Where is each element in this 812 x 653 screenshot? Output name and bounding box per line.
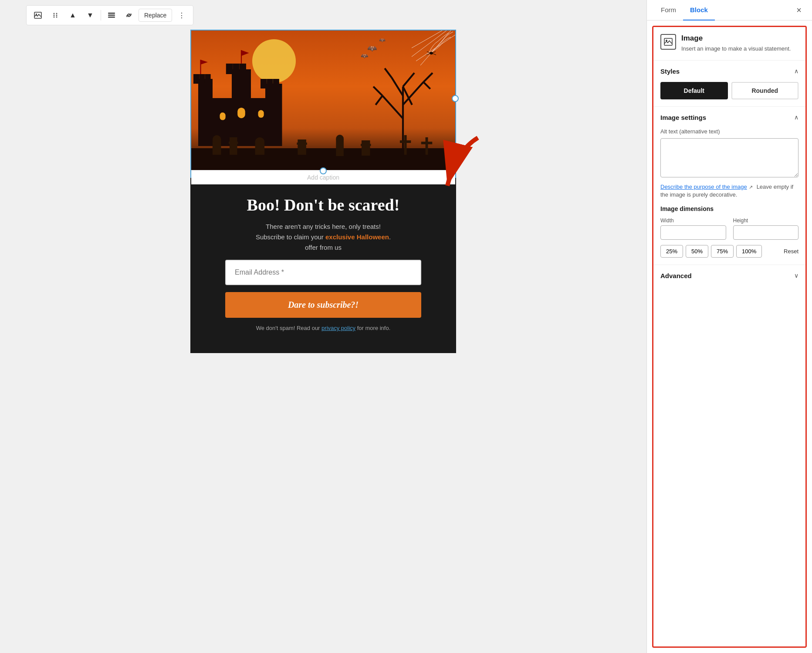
pct-50-button[interactable]: 50% xyxy=(686,245,708,258)
alt-text-input[interactable] xyxy=(660,138,798,177)
width-label: Width xyxy=(660,218,726,224)
svg-rect-64 xyxy=(404,135,407,155)
svg-rect-54 xyxy=(230,137,237,155)
svg-rect-21 xyxy=(193,74,199,84)
svg-point-3 xyxy=(56,13,58,14)
replace-button[interactable]: Replace xyxy=(139,9,172,22)
advanced-header[interactable]: Advanced ∨ xyxy=(660,272,798,279)
align-btn[interactable] xyxy=(104,7,119,23)
external-link-icon: ↗ xyxy=(749,184,753,190)
email-input[interactable] xyxy=(225,260,421,285)
svg-rect-58 xyxy=(298,139,306,155)
image-icon-btn[interactable] xyxy=(30,7,46,23)
drag-handle[interactable] xyxy=(47,7,63,23)
pct-75-button[interactable]: 75% xyxy=(711,245,734,258)
svg-rect-27 xyxy=(240,64,246,74)
svg-marker-39 xyxy=(241,50,249,56)
svg-point-61 xyxy=(336,135,344,143)
panel-inner: Image Insert an image to make a visual s… xyxy=(652,26,807,648)
privacy-text: We don't spam! Read our privacy policy f… xyxy=(256,325,391,331)
styles-title: Styles xyxy=(660,68,680,75)
link-btn[interactable] xyxy=(121,7,137,23)
block-toolbar: ▲ ▼ Replace ⋮ xyxy=(26,5,193,25)
height-label: Height xyxy=(733,218,799,224)
halloween-image: 🦇 🦇 🦇 xyxy=(191,31,455,170)
svg-rect-23 xyxy=(205,74,210,84)
svg-rect-31 xyxy=(273,79,279,88)
tab-form[interactable]: Form xyxy=(654,0,683,20)
alt-text-label: Alt text (alternative text) xyxy=(660,128,798,135)
left-panel: ▲ ▼ Replace ⋮ xyxy=(0,0,646,653)
pct-25-button[interactable]: 25% xyxy=(660,245,683,258)
svg-rect-8 xyxy=(108,13,115,14)
advanced-section: Advanced ∨ xyxy=(653,265,805,286)
divider-1 xyxy=(101,10,101,20)
tab-block[interactable]: Block xyxy=(683,0,715,20)
close-panel-button[interactable]: × xyxy=(793,2,805,19)
resize-handle-right[interactable] xyxy=(452,95,459,102)
svg-point-57 xyxy=(255,137,265,146)
svg-rect-25 xyxy=(226,64,233,74)
style-rounded-button[interactable]: Rounded xyxy=(731,82,799,99)
svg-rect-34 xyxy=(220,112,226,120)
form-section: Boo! Don't be scared! There aren't any t… xyxy=(190,178,456,353)
svg-rect-33 xyxy=(237,108,245,118)
svg-point-7 xyxy=(56,17,58,18)
height-input[interactable] xyxy=(733,225,799,240)
form-subtext: There aren't any tricks here, only treat… xyxy=(256,221,391,253)
style-default-button[interactable]: Default xyxy=(660,82,728,99)
svg-rect-35 xyxy=(258,110,264,118)
svg-rect-9 xyxy=(108,15,115,16)
image-settings-title: Image settings xyxy=(660,114,706,121)
block-info: Image Insert an image to make a visual s… xyxy=(653,27,805,61)
svg-rect-59 xyxy=(297,143,307,145)
svg-line-46 xyxy=(423,82,430,89)
svg-rect-30 xyxy=(267,79,273,88)
svg-line-49 xyxy=(403,73,414,86)
bat-2: 🦇 xyxy=(361,52,368,59)
svg-marker-37 xyxy=(201,60,208,65)
svg-point-6 xyxy=(54,17,55,18)
advanced-chevron-icon: ∨ xyxy=(794,272,798,279)
svg-line-42 xyxy=(373,87,382,96)
image-block[interactable]: 🦇 🦇 🦇 xyxy=(190,30,456,178)
alt-text-link[interactable]: Describe the purpose of the image xyxy=(660,184,747,190)
svg-line-45 xyxy=(423,73,433,82)
image-settings-chevron-icon: ∧ xyxy=(794,114,798,121)
block-title: Image xyxy=(681,34,791,43)
svg-rect-66 xyxy=(426,137,428,155)
svg-line-41 xyxy=(382,96,403,119)
svg-rect-22 xyxy=(199,74,205,84)
subscribe-button[interactable]: Dare to subscribe?! xyxy=(225,292,421,318)
reset-button[interactable]: Reset xyxy=(784,248,798,255)
svg-rect-55 xyxy=(229,142,238,144)
dimensions-row: Width Height xyxy=(660,218,798,240)
styles-section: Styles ∧ Default Rounded xyxy=(653,61,805,107)
more-options-btn[interactable]: ⋮ xyxy=(174,7,189,23)
alt-text-help: Describe the purpose of the image ↗ Leav… xyxy=(660,183,798,198)
style-buttons: Default Rounded xyxy=(660,82,798,99)
svg-rect-26 xyxy=(233,64,239,74)
svg-rect-29 xyxy=(261,79,267,88)
svg-line-47 xyxy=(392,78,403,96)
resize-handle-bottom[interactable] xyxy=(320,167,327,174)
svg-point-5 xyxy=(56,15,58,16)
right-panel: Form Block × Image Insert an image to ma… xyxy=(646,0,812,653)
styles-chevron-icon: ∧ xyxy=(794,68,798,75)
width-input[interactable] xyxy=(660,225,726,240)
svg-rect-62 xyxy=(362,140,370,156)
move-up-btn[interactable]: ▲ xyxy=(65,7,81,23)
height-field: Height xyxy=(733,218,799,240)
image-settings-section: Image settings ∧ Alt text (alternative t… xyxy=(653,107,805,265)
panel-tabs: Form Block × xyxy=(647,0,812,20)
styles-section-header[interactable]: Styles ∧ xyxy=(660,68,798,75)
bat-3: 🦇 xyxy=(379,37,386,43)
move-down-btn[interactable]: ▼ xyxy=(82,7,98,23)
image-settings-header[interactable]: Image settings ∧ xyxy=(660,114,798,121)
form-heading: Boo! Don't be scared! xyxy=(247,195,400,214)
width-field: Width xyxy=(660,218,726,240)
privacy-policy-link[interactable]: privacy policy xyxy=(321,325,355,331)
svg-rect-63 xyxy=(361,144,371,146)
pct-100-button[interactable]: 100% xyxy=(736,245,762,258)
percent-buttons: 25% 50% 75% 100% Reset xyxy=(660,245,798,258)
